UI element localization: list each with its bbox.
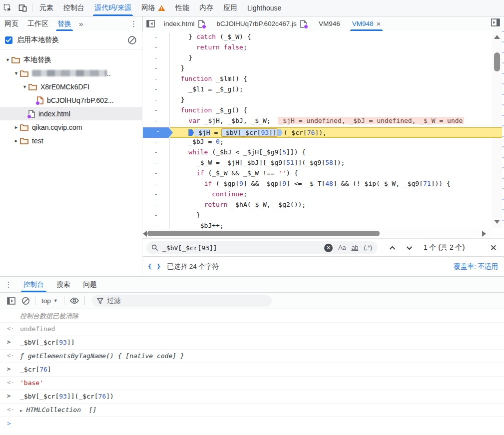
- line-gutter[interactable]: -: [143, 201, 170, 211]
- scroll-right-arrow[interactable]: [482, 231, 486, 237]
- overrides-menu-icon[interactable]: ⋮: [130, 16, 137, 31]
- scroll-left-arrow[interactable]: [143, 231, 147, 237]
- panel-tab-应用[interactable]: 应用: [218, 0, 242, 16]
- sidebar-tab-替换[interactable]: 替换: [53, 16, 76, 31]
- code-line-text: if (_$gp[9] && _$gp[9] <= _$_T[48] && (!…: [170, 180, 451, 190]
- code-line-text: var _$jH, _$bJ, _$_W; _$jH = undefined, …: [170, 117, 464, 127]
- result-marker-icon: <·: [0, 325, 20, 332]
- collapse-arrow-icon[interactable]: ▼: [4, 57, 11, 62]
- line-gutter[interactable]: -: [143, 169, 170, 180]
- drawer-menu-icon[interactable]: ⋮: [0, 277, 17, 292]
- line-gutter[interactable]: -: [143, 148, 170, 159]
- code-token: 76: [307, 129, 315, 136]
- device-toolbar-icon[interactable]: [15, 0, 30, 16]
- line-gutter[interactable]: -: [143, 54, 170, 64]
- next-match-button[interactable]: [406, 246, 413, 250]
- file-tab-VM946[interactable]: VM946: [313, 16, 346, 31]
- code-line-text: _$bJ = 0;: [170, 138, 224, 148]
- hide-navigator-icon[interactable]: [143, 16, 158, 31]
- line-gutter[interactable]: -: [143, 127, 173, 138]
- tree-item-test[interactable]: ►test: [0, 134, 142, 147]
- panel-tab-性能[interactable]: 性能: [170, 0, 194, 16]
- console-message-text: undefined: [20, 325, 55, 333]
- code-line-text: _$bJ++;: [170, 222, 224, 229]
- line-gutter[interactable]: -: [143, 33, 170, 43]
- show-debugger-sidebar-icon[interactable]: [491, 18, 500, 26]
- line-gutter[interactable]: -: [143, 180, 170, 190]
- line-gutter[interactable]: -: [143, 75, 170, 85]
- console-sidebar-toggle-icon[interactable]: [7, 297, 15, 305]
- tree-item-bCJOlHUq7rbP.602...[interactable]: bCJOlHUq7rbP.602...: [0, 93, 142, 107]
- file-tab-VM948[interactable]: VM948×: [346, 16, 387, 31]
- clear-search-icon[interactable]: ✕: [324, 244, 333, 252]
- panel-tab-网络[interactable]: 网络: [136, 0, 170, 16]
- live-expression-eye-icon[interactable]: [69, 297, 79, 304]
- drawer-tab-搜索[interactable]: 搜索: [50, 277, 77, 292]
- collapse-arrow-icon[interactable]: ▼: [21, 84, 28, 89]
- panel-tab-内存[interactable]: 内存: [194, 0, 218, 16]
- code-line: - }: [143, 96, 502, 106]
- expand-object-icon[interactable]: ►: [20, 408, 22, 413]
- code-token: ] && _$gp[: [243, 180, 282, 187]
- drawer-tab-控制台[interactable]: 控制台: [17, 277, 50, 292]
- line-gutter[interactable]: -: [143, 222, 170, 229]
- execution-marker-icon[interactable]: [188, 129, 194, 136]
- file-tab-index.html[interactable]: index.html: [158, 16, 211, 31]
- main-toolbar: 元素控制台源代码/来源网络性能内存应用Lighthouse: [0, 0, 504, 16]
- horizontal-scrollbar[interactable]: [143, 229, 492, 238]
- find-query-text[interactable]: _$bV[_$cr[93]]: [162, 244, 324, 252]
- line-gutter[interactable]: -: [143, 211, 170, 222]
- line-gutter[interactable]: -: [143, 64, 170, 75]
- code-line: - _$l1 = _$_g();: [143, 85, 502, 96]
- close-find-bar-icon[interactable]: ✕: [490, 243, 497, 253]
- tree-item-X8rE0MCk6DFI[interactable]: ▼X8rE0MCk6DFI: [0, 80, 142, 93]
- clear-configuration-icon[interactable]: [127, 35, 137, 45]
- regex-button[interactable]: (.*): [364, 244, 372, 251]
- find-input[interactable]: _$bV[_$cr[93]] ✕ Aa ab (.*): [146, 241, 377, 254]
- panel-tab-源代码/来源[interactable]: 源代码/来源: [89, 0, 136, 16]
- tree-item-label: qikan.cqvip.com: [32, 123, 82, 131]
- sidebar-tab-工作区[interactable]: 工作区: [23, 16, 53, 31]
- enable-overrides-checkbox[interactable]: [5, 36, 12, 44]
- line-gutter[interactable]: -: [143, 85, 170, 96]
- tree-item-masked-folder[interactable]: ▼..: [0, 66, 142, 80]
- panel-tab-元素[interactable]: 元素: [34, 0, 58, 16]
- line-gutter[interactable]: -: [143, 159, 170, 169]
- close-tab-icon[interactable]: ×: [376, 19, 381, 28]
- line-gutter[interactable]: -: [143, 96, 170, 106]
- coverage-link[interactable]: 覆盖率: 不适用: [454, 262, 498, 271]
- line-gutter[interactable]: -: [143, 190, 170, 201]
- inspect-element-icon[interactable]: [0, 0, 15, 16]
- drawer-tab-问题[interactable]: 问题: [77, 277, 103, 292]
- line-gutter[interactable]: -: [143, 138, 170, 148]
- match-case-button[interactable]: Aa: [338, 244, 346, 251]
- clear-console-icon[interactable]: [21, 297, 30, 305]
- sidebar-tab-网页[interactable]: 网页: [0, 16, 23, 31]
- previous-match-button[interactable]: [389, 246, 396, 250]
- more-tabs-chevron[interactable]: »: [76, 16, 86, 31]
- tree-item-本地替换[interactable]: ▼本地替换: [0, 53, 142, 66]
- line-gutter[interactable]: -: [143, 106, 170, 117]
- step-location-icon[interactable]: [277, 129, 283, 136]
- console-result: <·'base': [0, 377, 504, 390]
- line-gutter[interactable]: -: [143, 117, 170, 127]
- panel-tab-Lighthouse[interactable]: Lighthouse: [242, 0, 287, 16]
- horizontal-scroll-thumb[interactable]: [147, 231, 380, 236]
- panel-tab-控制台[interactable]: 控制台: [58, 0, 89, 16]
- whole-word-button[interactable]: ab: [351, 244, 358, 251]
- file-tab-bCJOlHUq7rbP.602c467.js[interactable]: bCJOlHUq7rbP.602c467.js: [211, 16, 313, 31]
- console-prompt[interactable]: >: [0, 417, 504, 431]
- code-line-text: _$_W = _$jH[_$bJ][_$g9[51]](_$g9[58]);: [170, 159, 345, 169]
- collapse-arrow-icon[interactable]: ▼: [12, 71, 20, 76]
- line-gutter[interactable]: -: [143, 43, 170, 54]
- console-message-text: _$bV[_$cr[93]]: [20, 339, 75, 346]
- context-selector[interactable]: top▼: [41, 297, 58, 305]
- code-token: =: [210, 129, 222, 136]
- code-token: 9: [282, 180, 286, 187]
- pretty-print-icon[interactable]: { }: [148, 263, 161, 270]
- tree-item-index.html[interactable]: index.html: [0, 107, 142, 120]
- expand-arrow-icon[interactable]: ►: [12, 138, 20, 143]
- console-filter-input[interactable]: 过滤: [92, 295, 272, 307]
- expand-arrow-icon[interactable]: ►: [12, 125, 20, 130]
- tree-item-qikan.cqvip.com[interactable]: ►qikan.cqvip.com: [0, 120, 142, 134]
